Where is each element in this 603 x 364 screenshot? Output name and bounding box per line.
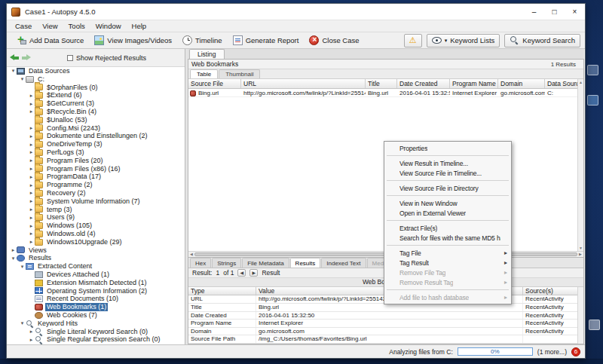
details-scrollbar[interactable] (577, 287, 583, 344)
tree-expander-icon[interactable] (28, 238, 35, 246)
desktop-icon[interactable] (587, 95, 598, 106)
column-header[interactable]: Title (366, 79, 397, 88)
tree-expander-icon[interactable] (28, 197, 35, 205)
details-row[interactable]: Source File Path /img_C:/Users/thomas/Fa… (188, 335, 583, 344)
tree-item[interactable]: $Unalloc (53) (7, 116, 185, 124)
tree-item[interactable]: PerfLogs (3) (7, 148, 185, 157)
back-arrow-icon[interactable] (10, 54, 20, 62)
tree-expander-icon[interactable] (28, 328, 35, 335)
menu-item[interactable]: Tools (63, 22, 90, 30)
tree-item[interactable]: Single Regular Expression Search (0) (7, 335, 185, 344)
context-menu-item[interactable]: Properties (384, 143, 511, 153)
desktop-icon[interactable] (589, 320, 600, 330)
forward-arrow-icon[interactable] (21, 54, 31, 62)
context-menu-item[interactable]: Extract File(s) (384, 223, 511, 233)
details-row[interactable]: Date Created 2016-04-01 15:32:50 RecentA… (188, 312, 583, 320)
tree-item[interactable]: Web Bookmarks (1) (7, 303, 185, 311)
maximize-button[interactable]: □ (544, 4, 565, 20)
tree-item[interactable]: $Extend (6) (7, 91, 185, 99)
scroll-left-icon[interactable]: ◀ (188, 252, 194, 257)
prev-result-button[interactable]: ◀ (237, 269, 246, 277)
tree-item[interactable]: Recovery (2) (7, 189, 185, 197)
tree-expander-icon[interactable] (19, 75, 26, 83)
scroll-right-icon[interactable]: ▶ (577, 252, 583, 257)
view-tab[interactable]: Table (190, 69, 218, 78)
column-header[interactable]: Domain (498, 79, 545, 88)
tree-item[interactable]: System Volume Information (7) (7, 197, 185, 206)
context-menu-item[interactable]: Tag File (384, 248, 511, 258)
menu-item[interactable]: Window (90, 22, 127, 30)
details-row[interactable]: Title Bing.url RecentActivity (188, 304, 583, 312)
next-result-button[interactable]: ▶ (249, 269, 258, 277)
tree-expander-icon[interactable] (28, 108, 35, 115)
scroll-up-icon[interactable]: ▲ (578, 79, 583, 85)
details-tab[interactable]: Hex (190, 258, 211, 268)
tree-item[interactable]: Data Sources (7, 67, 185, 75)
context-menu-item[interactable]: Search for files with the same MD5 hash (384, 233, 511, 243)
tree-item[interactable]: Extracted Content (7, 262, 185, 271)
details-tab[interactable]: Indexed Text (321, 258, 366, 268)
tree-item[interactable]: Users (9) (7, 213, 185, 222)
keyword-lists-button[interactable]: Keyword Lists (427, 34, 500, 47)
tree-item[interactable]: Windows (105) (7, 222, 185, 230)
details-row[interactable]: Domain go.microsoft.com RecentActivity (188, 328, 583, 336)
toolbar-button[interactable]: Add Data Source (11, 34, 89, 47)
details-column-header[interactable]: Source(s) (523, 287, 583, 295)
tree-expander-icon[interactable] (28, 157, 35, 164)
column-header[interactable]: Program Name (450, 79, 498, 88)
tree-item[interactable]: Extension Mismatch Detected (1) (7, 279, 185, 287)
context-menu-item[interactable]: View in New Window (384, 198, 511, 208)
toolbar-button[interactable]: View Images/Videos (89, 34, 177, 47)
tree-item[interactable]: Keyword Hits (7, 320, 185, 328)
tree-expander-icon[interactable] (19, 263, 26, 271)
menu-item[interactable]: Case (10, 22, 37, 30)
tree-item[interactable]: C: (7, 75, 185, 84)
tree-expander-icon[interactable] (28, 100, 35, 108)
tree-item[interactable]: Program Files (20) (7, 157, 185, 165)
context-menu-item[interactable] (384, 193, 511, 198)
tree-expander-icon[interactable] (28, 133, 35, 140)
tree-item[interactable]: Dokumente und Einstellungen (2) (7, 132, 185, 140)
tree-expander-icon[interactable] (10, 246, 17, 254)
tree-item[interactable]: Program Files (x86) (16) (7, 165, 185, 173)
details-tab[interactable]: Strings (212, 258, 241, 268)
column-header[interactable]: Source File (188, 79, 241, 88)
toolbar-button[interactable]: Close Case (304, 34, 364, 47)
tree-item[interactable]: Programme (2) (7, 181, 185, 189)
tree-item[interactable]: Operating System Information (2) (7, 287, 185, 295)
tree-expander-icon[interactable] (28, 165, 35, 173)
context-menu-item[interactable]: View Result in Timeline... (384, 158, 511, 168)
context-menu-item[interactable]: Remove Result Tag (384, 277, 511, 287)
context-menu-item[interactable] (384, 178, 511, 183)
tree-expander-icon[interactable] (28, 230, 35, 237)
menu-item[interactable]: Help (127, 22, 152, 30)
minimize-button[interactable]: – (524, 4, 544, 20)
tree-expander-icon[interactable] (28, 124, 35, 132)
tree-expander-icon[interactable] (10, 255, 17, 262)
tree-expander-icon[interactable] (10, 67, 17, 75)
titlebar[interactable]: Case1 - Autopsy 4.5.0 – □ × (7, 4, 585, 20)
tree-item[interactable]: Windows10Upgrade (29) (7, 238, 185, 246)
keyword-search-button[interactable]: Keyword Search (504, 34, 580, 47)
table-row[interactable]: Bing.urlhttp://go.microsoft.com/fwlink/p… (188, 89, 583, 97)
notification-badge[interactable]: 6 (571, 347, 580, 356)
tree-item[interactable]: Devices Attached (1) (7, 271, 185, 279)
view-tab[interactable]: Thumbnail (219, 69, 260, 78)
tree-expander-icon[interactable] (28, 182, 35, 189)
tree-expander-icon[interactable] (28, 173, 35, 181)
tree-item[interactable]: Web Cookies (7) (7, 311, 185, 320)
tree-expander-icon[interactable] (28, 336, 35, 344)
tree-item[interactable]: Windows.old (4) (7, 230, 185, 238)
tree-item[interactable]: ProgramData (17) (7, 173, 185, 181)
menu-item[interactable]: View (37, 22, 63, 30)
tree-item[interactable]: OneDriveTemp (3) (7, 140, 185, 148)
vertical-scrollbar[interactable]: ▲ ▼ (577, 79, 583, 251)
tree-item[interactable]: $OrphanFiles (0) (7, 84, 185, 92)
tree-item[interactable]: $GetCurrent (3) (7, 99, 185, 108)
details-row[interactable]: Program Name Internet Explorer RecentAct… (188, 320, 583, 328)
details-tab[interactable]: File Metadata (242, 258, 289, 268)
tree-item[interactable]: Results (7, 254, 185, 262)
tree-item[interactable]: $Recycle.Bin (4) (7, 108, 185, 116)
tree-expander-icon[interactable] (28, 92, 35, 99)
context-menu-item[interactable] (384, 243, 511, 248)
